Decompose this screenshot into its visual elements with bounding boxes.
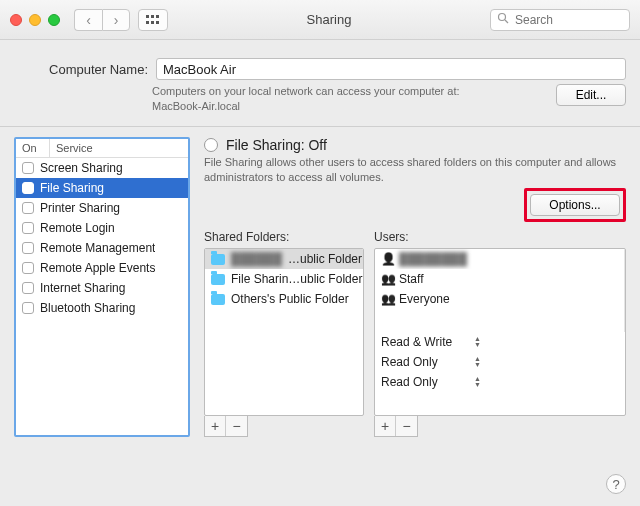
permission-row[interactable]: Read Only▲▼ — [375, 372, 485, 392]
services-list: On Service Screen SharingFile SharingPri… — [14, 137, 190, 437]
folders-pm: + − — [204, 416, 248, 437]
permission-stepper[interactable]: ▲▼ — [474, 376, 481, 388]
computer-name-field[interactable]: MacBook Air — [156, 58, 626, 80]
users-icon: 👥 — [381, 293, 393, 305]
computer-name-subtext: Computers on your local network can acce… — [152, 84, 548, 114]
service-row[interactable]: Printer Sharing — [16, 198, 188, 218]
svg-rect-3 — [146, 21, 149, 24]
services-header-service[interactable]: Service — [50, 139, 188, 157]
folder-icon — [211, 274, 225, 285]
options-button[interactable]: Options... — [530, 194, 620, 216]
edit-button[interactable]: Edit... — [556, 84, 626, 106]
add-user-button[interactable]: + — [375, 416, 396, 436]
close-window-button[interactable] — [10, 14, 22, 26]
folder-row[interactable]: ██████…ublic Folder — [205, 249, 363, 269]
service-label: File Sharing — [40, 181, 104, 195]
service-label: Remote Management — [40, 241, 155, 255]
service-status-title: File Sharing: Off — [226, 137, 327, 153]
service-row[interactable]: Remote Management — [16, 238, 188, 258]
service-checkbox[interactable] — [22, 222, 34, 234]
permission-label: Read Only — [381, 355, 438, 369]
search-icon — [497, 12, 509, 27]
permission-stepper[interactable]: ▲▼ — [474, 336, 481, 348]
users-title: Users: — [374, 230, 626, 244]
service-checkbox[interactable] — [22, 242, 34, 254]
service-row[interactable]: Bluetooth Sharing — [16, 298, 188, 318]
computer-name-label: Computer Name: — [18, 62, 148, 77]
remove-folder-button[interactable]: − — [226, 416, 247, 436]
nav-buttons: ‹ › — [74, 9, 130, 31]
permission-row[interactable]: Read & Write▲▼ — [375, 332, 485, 352]
user-icon: 👤 — [381, 253, 393, 265]
options-highlight: Options... — [524, 188, 626, 222]
user-label: Everyone — [399, 292, 450, 306]
folder-row[interactable]: Others's Public Folder — [205, 289, 363, 309]
folder-row[interactable]: File Sharin…ublic Folder — [205, 269, 363, 289]
titlebar: ‹ › Sharing — [0, 0, 640, 40]
service-checkbox[interactable] — [22, 302, 34, 314]
add-folder-button[interactable]: + — [205, 416, 226, 436]
search-input[interactable] — [513, 12, 623, 28]
service-row[interactable]: Internet Sharing — [16, 278, 188, 298]
service-checkbox[interactable] — [22, 182, 34, 194]
divider — [0, 126, 640, 127]
zoom-window-button[interactable] — [48, 14, 60, 26]
remove-user-button[interactable]: − — [396, 416, 417, 436]
svg-point-6 — [499, 14, 506, 21]
shared-folders-list: ██████…ublic FolderFile Sharin…ublic Fol… — [204, 248, 364, 415]
user-label: ████████ — [399, 252, 467, 266]
service-checkbox[interactable] — [22, 282, 34, 294]
grid-icon — [146, 15, 160, 25]
help-button[interactable]: ? — [606, 474, 626, 494]
back-button[interactable]: ‹ — [74, 9, 102, 31]
services-header: On Service — [16, 139, 188, 158]
shared-folders-title: Shared Folders: — [204, 230, 364, 244]
services-header-on[interactable]: On — [16, 139, 50, 157]
users-pm: + − — [374, 416, 418, 437]
user-row[interactable]: 👥Everyone — [375, 289, 624, 309]
service-label: Remote Login — [40, 221, 115, 235]
service-enable-toggle[interactable] — [204, 138, 218, 152]
service-row[interactable]: Remote Apple Events — [16, 258, 188, 278]
svg-rect-0 — [146, 15, 149, 18]
user-label: Staff — [399, 272, 423, 286]
svg-line-7 — [505, 20, 508, 23]
minimize-window-button[interactable] — [29, 14, 41, 26]
folder-label: …ublic Folder — [288, 252, 362, 266]
computer-name-value: MacBook Air — [163, 62, 236, 77]
service-checkbox[interactable] — [22, 262, 34, 274]
service-label: Screen Sharing — [40, 161, 123, 175]
service-row[interactable]: File Sharing — [16, 178, 188, 198]
folder-label: File Sharin…ublic Folder — [231, 272, 362, 286]
service-description: File Sharing allows other users to acces… — [204, 155, 626, 185]
folder-label: Others's Public Folder — [231, 292, 349, 306]
users-list: 👤████████👥Staff👥Everyone Read & Write▲▼R… — [374, 248, 626, 415]
permission-label: Read & Write — [381, 335, 452, 349]
users-icon: 👥 — [381, 273, 393, 285]
svg-rect-1 — [151, 15, 154, 18]
forward-button[interactable]: › — [102, 9, 130, 31]
permission-row[interactable]: Read Only▲▼ — [375, 352, 485, 372]
folder-icon — [211, 254, 225, 265]
service-checkbox[interactable] — [22, 202, 34, 214]
svg-rect-5 — [156, 21, 159, 24]
service-row[interactable]: Screen Sharing — [16, 158, 188, 178]
search-field[interactable] — [490, 9, 630, 31]
service-label: Internet Sharing — [40, 281, 125, 295]
service-label: Printer Sharing — [40, 201, 120, 215]
service-checkbox[interactable] — [22, 162, 34, 174]
window-title: Sharing — [176, 12, 482, 27]
user-row[interactable]: 👥Staff — [375, 269, 624, 289]
service-label: Bluetooth Sharing — [40, 301, 135, 315]
user-row[interactable]: 👤████████ — [375, 249, 624, 269]
permission-stepper[interactable]: ▲▼ — [474, 356, 481, 368]
svg-rect-2 — [156, 15, 159, 18]
permission-label: Read Only — [381, 375, 438, 389]
show-all-button[interactable] — [138, 9, 168, 31]
service-label: Remote Apple Events — [40, 261, 155, 275]
window-controls — [10, 14, 60, 26]
folder-icon — [211, 294, 225, 305]
svg-rect-4 — [151, 21, 154, 24]
service-row[interactable]: Remote Login — [16, 218, 188, 238]
